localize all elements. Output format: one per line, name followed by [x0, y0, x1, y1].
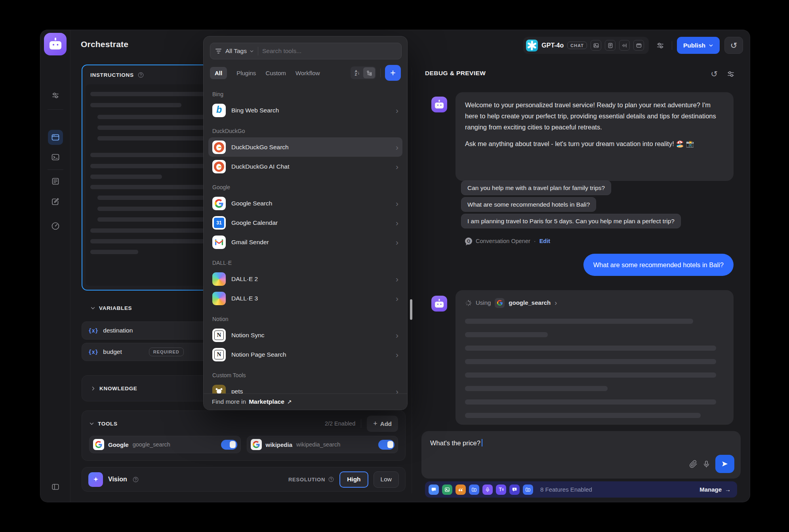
opener-edit-link[interactable]: Edit: [539, 238, 550, 244]
panel-resize-handle[interactable]: [410, 299, 412, 320]
marketplace-footer: Find more in Marketplace ↗: [204, 393, 407, 410]
tool-toggle-on[interactable]: [378, 440, 394, 450]
tag-filter-label: All Tags: [225, 48, 247, 55]
add-tool-button[interactable]: + Add: [367, 416, 398, 432]
send-button[interactable]: [715, 455, 734, 473]
help-icon[interactable]: [137, 72, 144, 78]
tab-all[interactable]: All: [210, 67, 227, 79]
plus-icon: +: [373, 420, 377, 428]
topbar-divider: [672, 41, 672, 50]
manage-features-button[interactable]: Manage →: [699, 486, 731, 493]
chevron-right-icon: ›: [396, 199, 398, 207]
publish-button[interactable]: Publish: [677, 37, 720, 54]
chevron-right-icon: ›: [396, 162, 398, 171]
tool-search-bar: All Tags Search tools...: [210, 43, 402, 59]
rail-edit-button[interactable]: [48, 194, 63, 209]
user-message: What are some recommended hotels in Bali…: [583, 254, 734, 276]
file-upload-feature-icon[interactable]: [523, 484, 533, 495]
chat-input[interactable]: What's the price?: [421, 431, 741, 479]
file-upload-feature-icon[interactable]: [469, 484, 479, 495]
bot-avatar: [431, 97, 447, 112]
sort-az-button[interactable]: AZ↓: [351, 67, 363, 78]
google-calendar-icon: 31: [212, 216, 226, 230]
create-tool-button[interactable]: +: [385, 65, 401, 81]
tool-toggle-on[interactable]: [221, 440, 237, 450]
tool-cards: Google google_search wikipedia wikipedia…: [89, 436, 398, 453]
tool-search-input[interactable]: Search tools...: [262, 48, 301, 55]
tool-row-dalle-2[interactable]: DALL·E 2 ›: [208, 269, 402, 289]
tool-row-notion-page-search[interactable]: N Notion Page Search ›: [208, 345, 402, 364]
app-logo[interactable]: [44, 33, 67, 55]
tool-row-bing-web-search[interactable]: b Bing Web Search ›: [208, 101, 402, 120]
welcome-paragraph: Ask me anything about travel - let's tur…: [465, 138, 724, 149]
preview-settings-button[interactable]: [654, 39, 667, 52]
group-view-button[interactable]: [363, 67, 375, 78]
rail-collapse-button[interactable]: [48, 479, 63, 494]
tool-id: google_search: [133, 441, 170, 448]
resolution-low-button[interactable]: Low: [374, 471, 399, 488]
tools-collapse[interactable]: TOOLS: [89, 421, 118, 427]
chat-settings-button[interactable]: [724, 67, 738, 81]
collapse-sidebar-icon: [51, 483, 60, 491]
variable-name: budget: [103, 348, 122, 355]
image-feature-icon[interactable]: [442, 484, 452, 495]
tab-plugins[interactable]: Plugins: [236, 70, 256, 76]
vision-title: Vision: [108, 476, 127, 483]
tab-custom[interactable]: Custom: [265, 70, 286, 76]
chevron-right-icon: ›: [396, 275, 398, 283]
speech-to-text-feature-icon[interactable]: [482, 484, 493, 495]
external-link-icon: ↗: [287, 399, 292, 405]
rail-terminal-button[interactable]: [48, 150, 63, 165]
tool-status-label: Using: [476, 297, 491, 308]
welcome-paragraph: Welcome to your personalized travel serv…: [465, 99, 724, 133]
history-button[interactable]: ↺: [724, 37, 743, 54]
model-selector[interactable]: GPT-4o CHAT: [523, 37, 649, 54]
tool-row-gmail-sender[interactable]: Gmail Sender ›: [208, 232, 402, 252]
rail-monitor-button[interactable]: [48, 218, 63, 234]
google-icon: [93, 439, 104, 450]
tool-row-duckduckgo-ai-chat[interactable]: DuckDuckGo AI Chat ›: [208, 157, 402, 176]
text-to-speech-feature-icon[interactable]: [496, 484, 506, 495]
suggestion-chip[interactable]: Can you help me with a travel plan for f…: [461, 180, 611, 195]
tab-workflow[interactable]: Workflow: [295, 70, 320, 76]
suggested-questions-feature-icon[interactable]: [509, 484, 520, 495]
tool-card-google-search[interactable]: Google google_search: [89, 436, 241, 453]
chevron-right-icon: ›: [396, 331, 398, 339]
tool-row-pets[interactable]: pets ›: [208, 382, 402, 393]
tool-row-name: DuckDuckGo AI Chat: [231, 163, 289, 170]
tool-row-name: Notion Sync: [231, 332, 265, 339]
tool-row-google-search[interactable]: Google Search ›: [208, 194, 402, 213]
tag-filter-dropdown[interactable]: All Tags: [225, 48, 254, 55]
rail-logs-button[interactable]: [48, 174, 63, 189]
restart-chat-button[interactable]: ↺: [707, 67, 721, 81]
tool-row-name: pets: [231, 388, 243, 394]
tool-row-duckduckgo-search[interactable]: DuckDuckGo Search ›: [208, 137, 402, 157]
attach-file-button[interactable]: [689, 460, 698, 468]
conversation-opener-feature-icon[interactable]: [429, 484, 439, 495]
citation-feature-icon[interactable]: “: [455, 484, 466, 495]
paperclip-icon: [689, 460, 698, 468]
variables-title: VARIABLES: [99, 305, 132, 311]
resolution-high-button[interactable]: High: [339, 471, 368, 488]
suggestion-chip[interactable]: I am planning travel to Paris for 5 days…: [461, 214, 681, 228]
rail-settings-button[interactable]: [48, 88, 63, 103]
tool-row-notion-sync[interactable]: N Notion Sync ›: [208, 325, 402, 345]
tool-row-google-calendar[interactable]: 31 Google Calendar ›: [208, 213, 402, 232]
tool-row-name: DALL·E 3: [231, 295, 258, 302]
help-icon[interactable]: [328, 476, 334, 483]
help-icon[interactable]: [132, 476, 139, 483]
suggestion-chip[interactable]: What are some recommended hotels in Bali…: [461, 197, 596, 212]
tool-card-wikipedia-search[interactable]: wikipedia wikipedia_search: [247, 436, 398, 453]
skeleton-line: [465, 332, 548, 337]
tool-row-name: Notion Page Search: [231, 351, 286, 358]
variables-header[interactable]: VARIABLES: [90, 305, 132, 311]
tool-call-status[interactable]: Using google_search ›: [465, 297, 724, 308]
bot-avatar: [431, 296, 447, 312]
text-cursor: [482, 439, 482, 446]
tool-row-name: DALL·E 2: [231, 276, 258, 283]
tool-row-dalle-3[interactable]: DALL·E 3 ›: [208, 289, 402, 308]
resolution-label-group: RESOLUTION: [288, 476, 334, 483]
voice-input-button[interactable]: [702, 460, 711, 468]
marketplace-link[interactable]: Marketplace: [249, 398, 284, 405]
rail-orchestrate-button[interactable]: [48, 130, 63, 145]
